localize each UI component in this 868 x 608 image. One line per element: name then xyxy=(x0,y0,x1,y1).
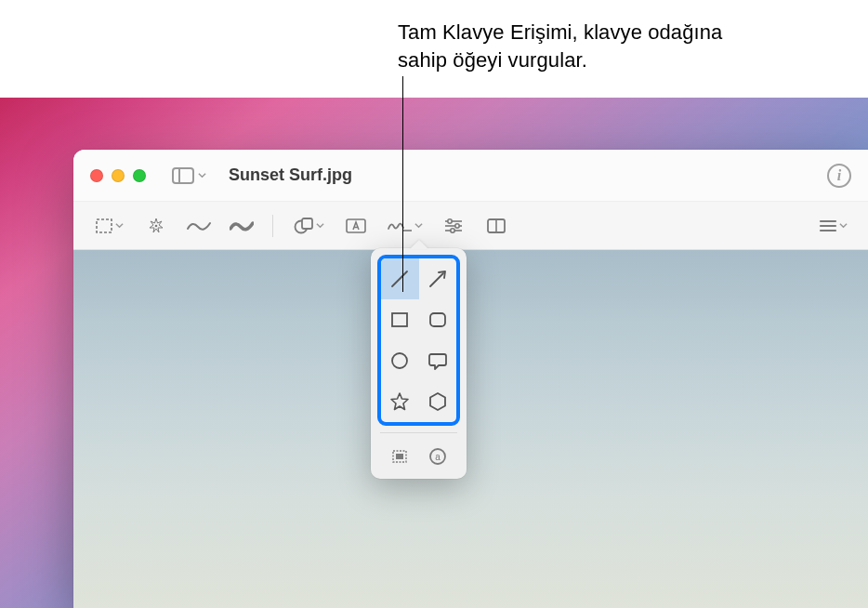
highlight-tool[interactable] xyxy=(383,442,416,471)
shape-speech-bubble[interactable] xyxy=(419,340,457,381)
draw-icon xyxy=(230,218,254,233)
svg-point-3 xyxy=(155,224,158,227)
minimize-button[interactable] xyxy=(112,169,125,182)
arrow-icon xyxy=(427,268,449,290)
crop-icon xyxy=(486,218,506,234)
selection-icon xyxy=(95,218,113,234)
svg-point-9 xyxy=(448,218,452,222)
svg-point-13 xyxy=(451,228,454,231)
shape-line[interactable] xyxy=(381,258,419,299)
instant-alpha-button[interactable] xyxy=(137,211,176,241)
image-canvas[interactable] xyxy=(73,250,868,608)
rounded-rectangle-icon xyxy=(427,309,449,331)
chevron-down-icon xyxy=(414,221,423,230)
svg-point-23 xyxy=(392,353,407,368)
popover-divider xyxy=(380,432,457,433)
markup-toolbar xyxy=(73,202,868,250)
selection-tool-button[interactable] xyxy=(85,211,133,241)
loupe-tool[interactable]: a xyxy=(421,442,454,471)
callout-line xyxy=(402,76,403,292)
description-button[interactable] xyxy=(809,211,857,241)
popover-arrow xyxy=(410,240,428,249)
annotation-callout: Tam Klavye Erişimi, klavye odağına sahip… xyxy=(398,19,722,73)
window-title: Sunset Surf.jpg xyxy=(229,165,352,185)
svg-line-19 xyxy=(392,271,407,286)
desktop-background: Sunset Surf.jpg i xyxy=(0,98,868,608)
inspector-button[interactable]: i xyxy=(827,164,851,188)
text-icon xyxy=(345,217,367,235)
adjust-color-icon xyxy=(443,218,464,234)
svg-point-11 xyxy=(455,223,459,227)
maximize-button[interactable] xyxy=(133,169,146,182)
preview-window: Sunset Surf.jpg i xyxy=(73,150,868,608)
sidebar-toggle-button[interactable] xyxy=(172,167,206,184)
highlight-icon xyxy=(388,446,411,467)
adjust-color-button[interactable] xyxy=(434,211,473,241)
shape-star[interactable] xyxy=(381,381,419,422)
rectangle-icon xyxy=(388,309,411,331)
loupe-icon: a xyxy=(427,446,449,467)
annotation-line-1: Tam Klavye Erişimi, klavye odağına xyxy=(398,19,722,46)
shapes-popover: a xyxy=(371,248,467,479)
crop-button[interactable] xyxy=(477,211,516,241)
titlebar[interactable]: Sunset Surf.jpg i xyxy=(73,150,868,202)
chevron-down-icon xyxy=(115,221,124,230)
oval-icon xyxy=(388,350,411,372)
shapes-icon xyxy=(294,217,314,235)
shape-oval[interactable] xyxy=(381,340,419,381)
close-button[interactable] xyxy=(90,169,103,182)
sketch-icon xyxy=(187,218,211,233)
toolbar-separator xyxy=(272,215,273,237)
shapes-grid-focused xyxy=(377,255,460,426)
description-icon xyxy=(819,218,837,233)
svg-rect-25 xyxy=(396,454,403,459)
svg-rect-0 xyxy=(173,168,193,183)
shape-rounded-rectangle[interactable] xyxy=(419,299,457,340)
svg-rect-21 xyxy=(392,313,407,326)
star-icon xyxy=(388,390,411,413)
shape-hexagon[interactable] xyxy=(419,381,457,422)
info-icon: i xyxy=(837,167,841,184)
annotation-line-2: sahip öğeyi vurgular. xyxy=(398,46,722,74)
chevron-down-icon xyxy=(316,221,324,230)
svg-rect-5 xyxy=(302,218,312,229)
svg-text:a: a xyxy=(435,452,441,462)
svg-rect-22 xyxy=(430,313,445,326)
instant-alpha-icon xyxy=(146,216,166,236)
svg-line-20 xyxy=(430,273,443,286)
chevron-down-icon xyxy=(198,171,206,179)
chevron-down-icon xyxy=(839,221,848,230)
sign-button[interactable] xyxy=(379,211,430,241)
sidebar-icon xyxy=(172,167,194,184)
shape-rectangle[interactable] xyxy=(381,299,419,340)
speech-bubble-icon xyxy=(427,350,449,372)
hexagon-icon xyxy=(427,390,449,413)
shapes-bottom-row: a xyxy=(371,439,467,473)
draw-button[interactable] xyxy=(222,211,261,241)
traffic-lights xyxy=(90,169,146,182)
shapes-button[interactable] xyxy=(284,211,333,241)
shape-arrow[interactable] xyxy=(419,258,457,299)
sketch-button[interactable] xyxy=(179,211,218,241)
text-button[interactable] xyxy=(336,211,375,241)
sign-icon xyxy=(387,218,413,234)
line-icon xyxy=(388,268,411,290)
svg-rect-2 xyxy=(97,219,112,232)
